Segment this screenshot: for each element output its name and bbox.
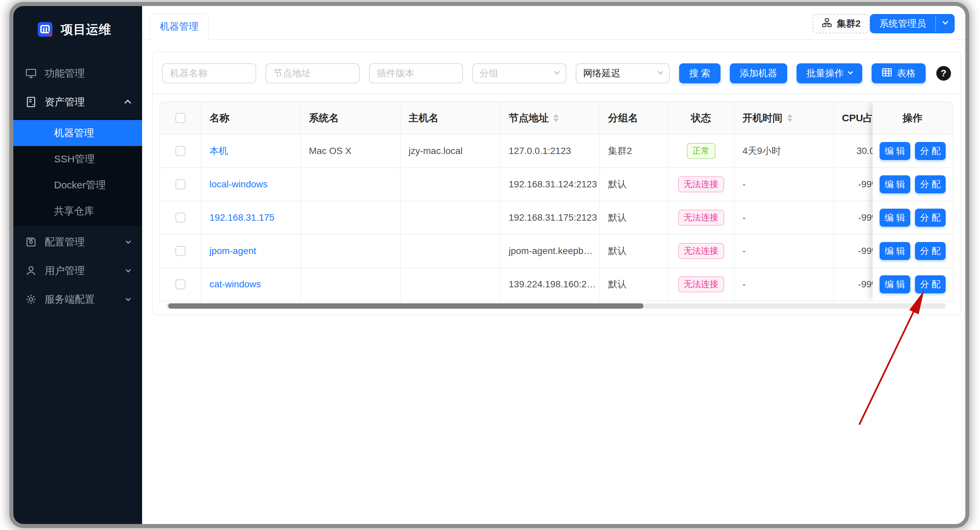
machine-name-link[interactable]: local-windows	[210, 179, 267, 190]
filter-toolbar: 分组 网络延迟 搜 索 添加机器 批量操作	[153, 52, 961, 93]
row-checkbox[interactable]	[175, 213, 185, 223]
operations-fixed-column: 操作 编 辑 分 配 编 辑 分 配 编 辑 分 配	[873, 102, 953, 301]
status-badge: 无法连接	[678, 276, 724, 292]
search-button[interactable]: 搜 索	[679, 63, 721, 83]
tab-label: 机器管理	[160, 20, 199, 33]
sidebar-item-label: 服务端配置	[45, 293, 118, 306]
status-badge: 无法连接	[678, 176, 724, 192]
page-content: 分组 网络延迟 搜 索 添加机器 批量操作	[142, 40, 967, 524]
user-menu-button[interactable]: 系统管理员	[870, 14, 955, 33]
chevron-down-icon	[848, 69, 853, 75]
select-all-checkbox[interactable]	[175, 113, 185, 123]
sidebar-item-label: Docker管理	[54, 178, 106, 192]
button-label: 批量操作	[807, 67, 844, 80]
col-node-sortable[interactable]: 节点地址	[501, 102, 600, 134]
sidebar-item-label: SSH管理	[54, 152, 95, 166]
assign-button[interactable]: 分 配	[915, 275, 946, 294]
assign-button[interactable]: 分 配	[915, 142, 946, 160]
table-view-button[interactable]: 表格	[872, 63, 926, 83]
sidebar-item-ssh-mgmt[interactable]: SSH管理	[13, 146, 142, 172]
assign-button[interactable]: 分 配	[915, 175, 946, 194]
machine-name-link[interactable]: 本机	[210, 145, 228, 157]
group-cell: 默认	[600, 267, 668, 301]
sort-icon	[554, 114, 559, 122]
boot-cell: -	[735, 201, 834, 234]
scrollbar-thumb[interactable]	[168, 303, 643, 309]
host-cell	[401, 167, 501, 201]
card-divider	[153, 93, 961, 94]
group-cell: 默认	[600, 234, 668, 267]
host-cell	[401, 267, 501, 301]
button-label: 搜 索	[689, 67, 711, 80]
sidebar-item-function-mgmt[interactable]: 功能管理	[13, 61, 142, 86]
sidebar-item-config-mgmt[interactable]: 配置管理	[13, 229, 142, 255]
sidebar-item-label: 配置管理	[45, 235, 118, 249]
machine-name-input[interactable]	[162, 63, 256, 83]
sidebar-item-server-config[interactable]: 服务端配置	[13, 287, 142, 312]
col-host: 主机名	[401, 102, 501, 134]
edit-button[interactable]: 编 辑	[880, 209, 910, 227]
sidebar-item-machine-mgmt[interactable]: 机器管理	[13, 120, 142, 146]
add-machine-button[interactable]: 添加机器	[730, 63, 787, 83]
edit-button[interactable]: 编 辑	[880, 175, 910, 194]
batch-actions-button[interactable]: 批量操作	[797, 63, 862, 83]
row-operations: 编 辑 分 配	[873, 201, 953, 234]
tab-machine-mgmt[interactable]: 机器管理	[150, 13, 209, 40]
assign-button[interactable]: 分 配	[915, 209, 946, 227]
edit-button[interactable]: 编 辑	[880, 242, 910, 260]
node-cell: 139.224.198.160:2…	[501, 267, 600, 301]
sidebar-item-docker-mgmt[interactable]: Docker管理	[13, 172, 142, 198]
boot-cell: -	[735, 234, 834, 267]
group-select[interactable]: 分组	[473, 63, 566, 83]
horizontal-scrollbar[interactable]	[166, 303, 946, 309]
system-cell	[301, 167, 401, 201]
col-operations: 操作	[873, 102, 953, 134]
logo-row: 项目运维	[13, 6, 142, 38]
col-system: 系统名	[301, 102, 401, 134]
system-cell	[301, 267, 401, 301]
edit-button[interactable]: 编 辑	[880, 275, 910, 294]
assign-button[interactable]: 分 配	[915, 242, 946, 260]
row-operations: 编 辑 分 配	[873, 267, 953, 301]
machine-name-link[interactable]: jpom-agent	[210, 246, 256, 256]
system-cell	[301, 201, 401, 234]
table-row: jpom-agent jpom-agent.keepb… 默认 无法连接 - -…	[160, 234, 953, 267]
edit-button[interactable]: 编 辑	[880, 142, 910, 160]
network-latency-select[interactable]: 网络延迟	[576, 63, 670, 83]
machines-table: 名称 系统名 主机名 节点地址 分组名 状态 开机时间	[159, 102, 953, 301]
row-checkbox[interactable]	[175, 146, 185, 156]
status-badge: 无法连接	[678, 243, 724, 259]
main-area: 机器管理 集群2 系统管理员	[142, 6, 967, 524]
machines-table-zone: 名称 系统名 主机名 节点地址 分组名 状态 开机时间	[159, 102, 953, 309]
button-label: 表格	[897, 67, 916, 80]
gear-icon	[25, 294, 37, 305]
machine-name-link[interactable]: 192.168.31.175	[210, 212, 275, 223]
machine-name-link[interactable]: cat-windows	[210, 279, 261, 290]
row-checkbox[interactable]	[175, 279, 185, 289]
sidebar-menu: 功能管理 资产管理 机器管理 SSH管理 Dock	[13, 57, 142, 315]
cluster-button[interactable]: 集群2	[813, 14, 870, 33]
sidebar: 项目运维 功能管理 资产管理	[13, 6, 142, 524]
table-row: 本机 Mac OS X jzy-mac.local 127.0.0.1:2123…	[160, 134, 953, 167]
user-icon	[25, 265, 37, 276]
chevron-down-icon	[126, 296, 131, 301]
jpom-logo-icon	[37, 22, 53, 38]
row-checkbox[interactable]	[175, 179, 185, 189]
node-address-input[interactable]	[266, 63, 360, 83]
app-window: 项目运维 功能管理 资产管理	[10, 2, 969, 528]
sidebar-item-asset-mgmt[interactable]: 资产管理	[13, 89, 142, 115]
sidebar-item-label: 用户管理	[45, 264, 118, 278]
sidebar-item-shared-repo[interactable]: 共享仓库	[13, 198, 142, 224]
row-checkbox[interactable]	[175, 246, 185, 256]
boot-cell: 4天9小时	[735, 134, 834, 167]
col-name: 名称	[202, 102, 301, 134]
monitor-icon	[25, 68, 37, 79]
sidebar-item-user-mgmt[interactable]: 用户管理	[13, 258, 142, 283]
col-boot-sortable[interactable]: 开机时间	[735, 102, 834, 134]
plugin-version-input[interactable]	[369, 63, 463, 83]
sort-icon	[787, 114, 792, 122]
user-dropdown-caret[interactable]	[936, 14, 955, 33]
help-icon[interactable]: ?	[936, 66, 951, 81]
table-header-row: 名称 系统名 主机名 节点地址 分组名 状态 开机时间	[160, 102, 953, 134]
server-icon	[25, 96, 37, 108]
